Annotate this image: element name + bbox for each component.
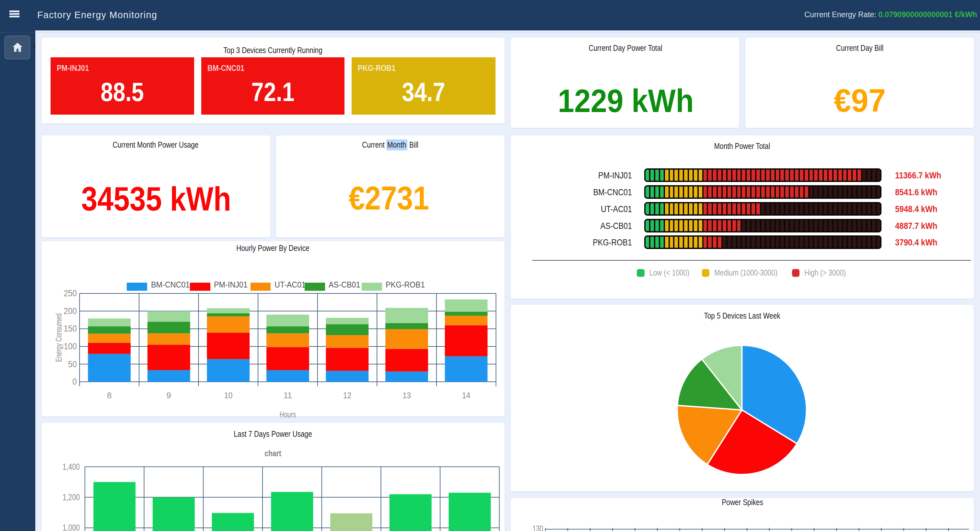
svg-text:130: 130 — [533, 524, 543, 531]
